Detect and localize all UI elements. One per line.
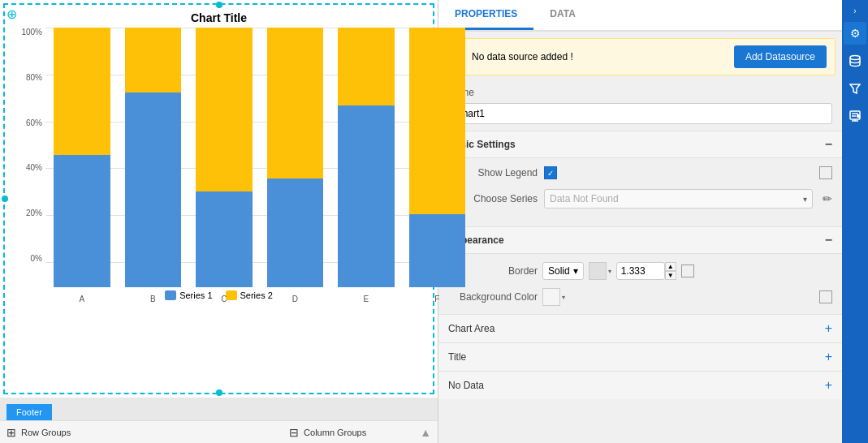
move-handle-icon[interactable]: ⊕ [6,6,17,22]
border-row: Border Solid ▾ ▾ ▲ ▼ [448,262,832,280]
bg-color-row: Background Color ▾ [448,288,832,306]
alert-text: No data source added ! [472,51,734,62]
bg-color-chevron[interactable]: ▾ [562,294,565,301]
add-datasource-button[interactable]: Add Datasource [734,45,827,68]
name-section: Name [438,82,842,131]
basic-settings-content: Show Legend ✓ Choose Series Data Not Fou… [438,158,842,226]
right-sidebar: › ⚙ [842,0,868,443]
chart-area-label: Chart Area [448,323,494,334]
border-style-chevron: ▾ [573,265,578,277]
border-checkbox[interactable] [681,265,694,277]
choose-series-value: Data Not Found [550,193,619,204]
right-container: PROPERTIES DATA ⚠ No data source added !… [438,0,868,443]
show-legend-checkbox[interactable]: ✓ [544,166,557,179]
svg-point-0 [850,56,860,60]
bar-segment-top-C [196,28,253,191]
basic-settings-header: Basic Settings − [438,131,842,158]
show-legend-checkbox-right[interactable] [819,166,832,179]
bar-x-label-F: F [409,295,466,303]
chevron-down-icon: ▾ [803,195,807,204]
row-groups-icon: ⊞ [6,426,16,439]
bar-segment-bottom-C [196,191,253,287]
bottom-bar-right: ⊟ Column Groups ▲ [289,426,431,439]
bar-segment-bottom-F [409,214,466,287]
svg-marker-1 [850,84,860,93]
spinner-down[interactable]: ▼ [665,271,676,280]
bar-segment-top-D [267,28,324,178]
resize-dot-bottom[interactable] [216,389,222,396]
footer-tab[interactable]: Footer [6,404,52,420]
bar-group-E: E [338,28,395,287]
chart-area-header[interactable]: Chart Area + [438,315,842,342]
tab-data[interactable]: DATA [533,0,592,30]
no-data-section: No Data + [438,371,842,399]
collapse-icon[interactable]: ▲ [420,426,431,439]
alert-row: ⚠ No data source added ! Add Datasource [445,38,836,75]
column-groups-icon: ⊟ [289,426,299,439]
spinner-up[interactable]: ▲ [665,262,676,271]
bar-x-label-E: E [338,295,395,303]
name-label: Name [438,82,842,100]
bar-group-A: A [54,28,110,287]
bottom-bar-left: ⊞ Row Groups [6,426,283,439]
bar-x-label-C: C [196,295,253,303]
choose-series-dropdown[interactable]: Data Not Found ▾ [544,189,813,209]
resize-dot-top[interactable] [216,2,222,8]
properties-panel: PROPERTIES DATA ⚠ No data source added !… [438,0,842,443]
bg-color-picker: ▾ [542,288,565,306]
bg-color-box[interactable] [542,288,560,306]
svg-line-8 [859,118,860,118]
bar-segment-bottom-A [54,155,110,287]
bar-segment-bottom-E [338,105,395,287]
border-width-spinner: ▲ ▼ [665,262,676,280]
footer-area: Footer [0,398,438,420]
bg-color-checkbox[interactable] [819,290,832,303]
tab-properties[interactable]: PROPERTIES [438,0,533,30]
bar-x-label-A: A [54,295,110,303]
no-data-header[interactable]: No Data + [438,372,842,399]
svg-point-7 [857,115,860,118]
border-color-box[interactable] [589,262,607,280]
chart-area-expand-icon: + [825,321,832,336]
border-style-select[interactable]: Solid ▾ [542,262,584,280]
bar-segment-top-E [338,28,395,105]
name-input[interactable] [448,103,832,124]
tabs-row: PROPERTIES DATA [438,0,842,32]
left-panel: ⊕ Chart Title 100% 80% 60% 40% 20% 0% [0,0,438,443]
appearance-header: Appearance − [438,226,842,254]
bar-x-label-B: B [125,295,182,303]
sidebar-settings-icon[interactable]: ⚙ [844,22,866,45]
sidebar-filter-icon[interactable] [844,77,866,100]
bottom-bar: ⊞ Row Groups ⊟ Column Groups ▲ [0,420,438,443]
appearance-content: Border Solid ▾ ▾ ▲ ▼ [438,254,842,314]
sidebar-editview-icon[interactable] [844,105,866,127]
edit-series-icon[interactable]: ✏ [823,192,832,205]
sidebar-database-icon[interactable] [844,49,866,72]
border-color-chevron[interactable]: ▾ [608,268,611,275]
bar-group-D: D [267,28,324,287]
bar-segment-bottom-D [267,178,324,287]
border-width-input-group: ▲ ▼ [616,262,676,280]
appearance-collapse-icon[interactable]: − [825,233,832,247]
chart-title: Chart Title [5,5,433,28]
no-data-expand-icon: + [825,378,832,393]
bar-group-C: C [196,28,253,287]
show-legend-row: Show Legend ✓ [448,166,832,179]
border-color-picker: ▾ [589,262,611,280]
title-section: Title + [438,342,842,371]
bars-area: ABCDEF [45,28,473,287]
no-data-label: No Data [448,380,484,391]
choose-series-row: Choose Series Data Not Found ▾ ✏ [448,189,832,209]
bar-segment-top-A [54,28,110,155]
bar-segment-bottom-B [125,92,182,287]
sidebar-chevron-right[interactable]: › [853,3,856,20]
bar-group-F: F [409,28,466,287]
bar-x-label-D: D [267,295,324,303]
chart-container: ⊕ Chart Title 100% 80% 60% 40% 20% 0% [3,3,434,394]
title-header[interactable]: Title + [438,343,842,371]
bar-segment-top-F [409,28,466,214]
border-width-input[interactable] [616,262,665,280]
bar-group-B: B [125,28,182,287]
chart-area-section: Chart Area + [438,314,842,342]
basic-settings-collapse-icon[interactable]: − [825,137,832,152]
